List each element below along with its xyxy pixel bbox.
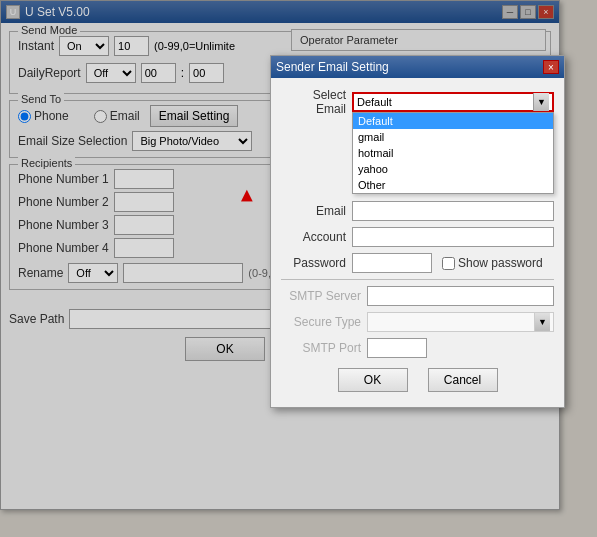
- dialog-buttons: OK Cancel: [281, 368, 554, 397]
- dialog-body: Select Email Default ▼ Default gmail hot…: [271, 78, 564, 407]
- dropdown-item-gmail[interactable]: gmail: [353, 129, 553, 145]
- dialog-ok-button[interactable]: OK: [338, 368, 408, 392]
- show-password-container: Show password: [442, 256, 543, 270]
- smtp-port-row: SMTP Port: [281, 338, 554, 358]
- show-password-checkbox[interactable]: [442, 257, 455, 270]
- smtp-server-label: SMTP Server: [281, 289, 361, 303]
- dropdown-item-other[interactable]: Other: [353, 177, 553, 193]
- password-input[interactable]: [352, 253, 432, 273]
- smtp-port-input[interactable]: [367, 338, 427, 358]
- email-input[interactable]: [352, 201, 554, 221]
- show-password-label[interactable]: Show password: [458, 256, 543, 270]
- account-input[interactable]: [352, 227, 554, 247]
- select-email-dropdown[interactable]: Default ▼: [352, 92, 554, 112]
- secure-type-select[interactable]: ▼: [367, 312, 554, 332]
- secure-type-arrow-icon[interactable]: ▼: [534, 313, 550, 331]
- select-email-value: Default: [357, 96, 392, 108]
- select-email-label: Select Email: [281, 88, 346, 116]
- dropdown-item-hotmail[interactable]: hotmail: [353, 145, 553, 161]
- smtp-port-label: SMTP Port: [281, 341, 361, 355]
- email-field-label: Email: [281, 204, 346, 218]
- account-label: Account: [281, 230, 346, 244]
- smtp-server-row: SMTP Server: [281, 286, 554, 306]
- select-email-dropdown-container: Default ▼ Default gmail hotmail yahoo Ot…: [352, 92, 554, 112]
- dropdown-arrow-icon[interactable]: ▼: [533, 93, 549, 111]
- email-row: Email: [281, 201, 554, 221]
- smtp-server-input[interactable]: [367, 286, 554, 306]
- password-row: Password Show password: [281, 253, 554, 273]
- email-dropdown-list: Default gmail hotmail yahoo Other: [352, 112, 554, 194]
- dialog-title-bar: Sender Email Setting ×: [271, 56, 564, 78]
- secure-type-container: ▼: [367, 312, 554, 332]
- dropdown-item-yahoo[interactable]: yahoo: [353, 161, 553, 177]
- red-arrow-indicator: ▼: [237, 185, 257, 208]
- dialog-close-button[interactable]: ×: [543, 60, 559, 74]
- account-row: Account: [281, 227, 554, 247]
- secure-type-label: Secure Type: [281, 315, 361, 329]
- secure-type-row: Secure Type ▼: [281, 312, 554, 332]
- sender-email-dialog: Sender Email Setting × Select Email Defa…: [270, 55, 565, 408]
- select-email-row: Select Email Default ▼ Default gmail hot…: [281, 88, 554, 116]
- dropdown-item-default[interactable]: Default: [353, 113, 553, 129]
- password-label: Password: [281, 256, 346, 270]
- dialog-title-text: Sender Email Setting: [276, 60, 389, 74]
- dialog-separator: [281, 279, 554, 280]
- dialog-cancel-button[interactable]: Cancel: [428, 368, 498, 392]
